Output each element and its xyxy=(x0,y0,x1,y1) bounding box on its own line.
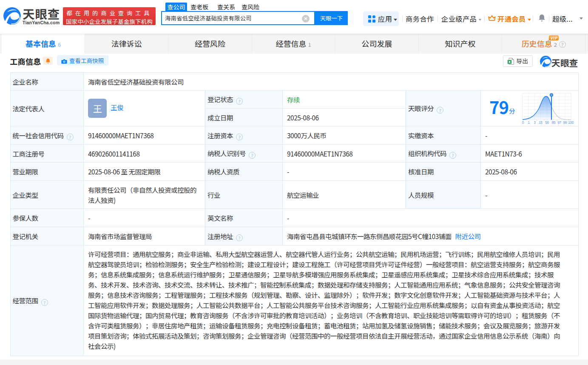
svg-text:99: 99 xyxy=(563,120,567,124)
svg-text:97: 97 xyxy=(557,120,561,124)
svg-text:85: 85 xyxy=(552,120,556,124)
svg-text:0: 0 xyxy=(522,120,524,124)
svg-text:50: 50 xyxy=(545,120,549,124)
svg-text:15: 15 xyxy=(539,120,543,124)
svg-text:100: 100 xyxy=(568,120,574,124)
svg-text:1: 1 xyxy=(528,120,530,124)
svg-text:3: 3 xyxy=(534,120,536,124)
